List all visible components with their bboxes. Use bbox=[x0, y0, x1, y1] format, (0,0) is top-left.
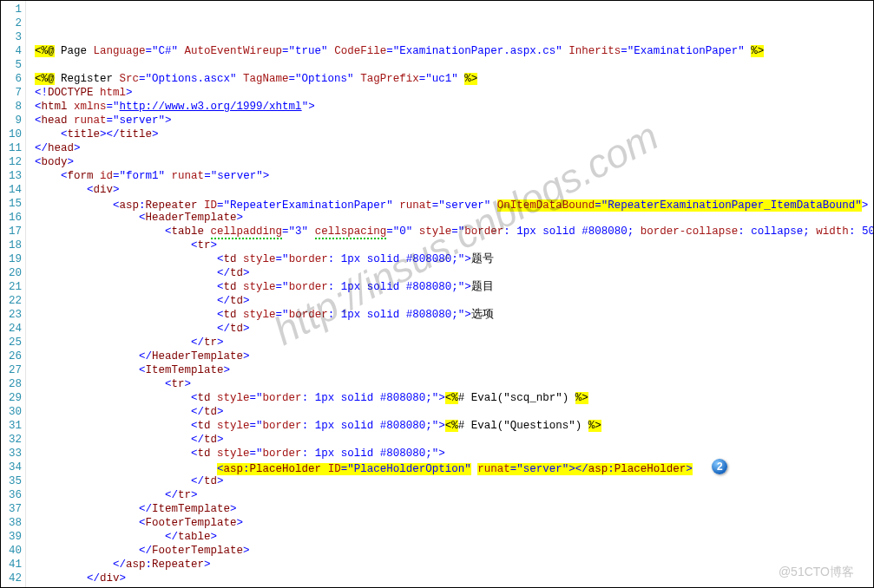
line-number: 38 bbox=[1, 516, 25, 530]
code-line: </tr> bbox=[35, 488, 873, 502]
code-line: </HeaderTemplate> bbox=[35, 350, 873, 363]
line-number-gutter: 1234567891011121314151617181920212223242… bbox=[1, 1, 26, 587]
line-number: 9 bbox=[1, 114, 25, 127]
line-number: 20 bbox=[1, 266, 25, 280]
line-number: 10 bbox=[1, 127, 25, 141]
line-number: 24 bbox=[1, 322, 25, 336]
code-line: <FooterTemplate> bbox=[35, 516, 873, 530]
code-line: </div> bbox=[35, 572, 873, 585]
code-line: </td> bbox=[35, 405, 873, 419]
line-number: 37 bbox=[1, 502, 25, 516]
code-line: <HeaderTemplate> bbox=[35, 211, 873, 225]
code-line: <asp:Repeater ID="RepeaterExaminationPap… bbox=[35, 197, 873, 211]
callout-two-icon: 2 bbox=[712, 459, 727, 474]
code-line: </ItemTemplate> bbox=[35, 502, 873, 516]
line-number: 19 bbox=[1, 252, 25, 266]
code-line: </td> bbox=[35, 266, 873, 280]
line-number: 12 bbox=[1, 155, 25, 169]
line-number: 2 bbox=[1, 16, 25, 30]
code-line: </td> bbox=[35, 474, 873, 488]
line-number: 13 bbox=[1, 169, 25, 183]
code-line: <ItemTemplate> bbox=[35, 363, 873, 377]
line-number: 40 bbox=[1, 544, 25, 558]
line-number: 11 bbox=[1, 141, 25, 155]
code-line: <tr> bbox=[35, 238, 873, 252]
line-number: 7 bbox=[1, 86, 25, 100]
code-line: </table> bbox=[35, 530, 873, 544]
code-line: <tr> bbox=[35, 377, 873, 391]
code-line: </td> bbox=[35, 433, 873, 447]
code-area: http://insus.cnblogs.com <%@ Page Langua… bbox=[26, 1, 873, 587]
line-number: 39 bbox=[1, 530, 25, 544]
line-number: 35 bbox=[1, 474, 25, 488]
code-line: <html xmlns="http://www.w3.org/1999/xhtm… bbox=[35, 100, 873, 114]
line-number: 23 bbox=[1, 308, 25, 322]
line-number: 1 bbox=[1, 3, 25, 16]
line-number: 41 bbox=[1, 558, 25, 572]
code-line: </asp:Repeater> bbox=[35, 558, 873, 572]
code-line: <%@ Register Src="Options.ascx" TagName=… bbox=[35, 72, 873, 86]
code-line: <table cellpadding="3" cellspacing="0" s… bbox=[35, 225, 873, 238]
line-number: 17 bbox=[1, 225, 25, 238]
code-line: <asp:PlaceHolder ID="PlaceHolderOption" … bbox=[35, 461, 873, 474]
code-line: </tr> bbox=[35, 336, 873, 350]
line-number: 34 bbox=[1, 461, 25, 474]
line-number: 29 bbox=[1, 391, 25, 405]
code-line: </form> bbox=[35, 585, 873, 587]
code-line: <td style="border: 1px solid #808080;"> bbox=[35, 447, 873, 461]
code-line: <%@ Page Language="C#" AutoEventWireup="… bbox=[35, 44, 873, 58]
line-number: 28 bbox=[1, 377, 25, 391]
line-number: 21 bbox=[1, 280, 25, 294]
line-number: 3 bbox=[1, 30, 25, 44]
line-number: 5 bbox=[1, 58, 25, 72]
line-number: 4 bbox=[1, 44, 25, 58]
line-number: 14 bbox=[1, 183, 25, 197]
line-number: 26 bbox=[1, 350, 25, 363]
line-number: 25 bbox=[1, 336, 25, 350]
code-line: <td style="border: 1px solid #808080;"><… bbox=[35, 391, 873, 405]
code-line: <td style="border: 1px solid #808080;">题… bbox=[35, 252, 873, 266]
code-line: <body> bbox=[35, 155, 873, 169]
line-number: 30 bbox=[1, 405, 25, 419]
code-line: <title></title> bbox=[35, 127, 873, 141]
line-number: 6 bbox=[1, 72, 25, 86]
code-line: </FooterTemplate> bbox=[35, 544, 873, 558]
code-line: <td style="border: 1px solid #808080;">题… bbox=[35, 280, 873, 294]
line-number: 32 bbox=[1, 433, 25, 447]
line-number: 22 bbox=[1, 294, 25, 308]
line-number: 42 bbox=[1, 572, 25, 585]
code-line: </td> bbox=[35, 294, 873, 308]
code-line: <td style="border: 1px solid #808080;"><… bbox=[35, 419, 873, 433]
line-number: 36 bbox=[1, 488, 25, 502]
line-number: 15 bbox=[1, 197, 25, 211]
line-number: 33 bbox=[1, 447, 25, 461]
code-line: </td> bbox=[35, 322, 873, 336]
line-number: 31 bbox=[1, 419, 25, 433]
code-editor: 1234567891011121314151617181920212223242… bbox=[0, 0, 874, 588]
code-line bbox=[35, 58, 873, 72]
code-line: <div> bbox=[35, 183, 873, 197]
line-number: 18 bbox=[1, 238, 25, 252]
line-number: 16 bbox=[1, 211, 25, 225]
code-line: <td style="border: 1px solid #808080;">选… bbox=[35, 308, 873, 322]
code-line: <!DOCTYPE html> bbox=[35, 86, 873, 100]
code-line: </head> bbox=[35, 141, 873, 155]
code-line: <head runat="server"> bbox=[35, 114, 873, 127]
code-line: <form id="form1" runat="server"> bbox=[35, 169, 873, 183]
line-number: 8 bbox=[1, 100, 25, 114]
line-number: 27 bbox=[1, 363, 25, 377]
